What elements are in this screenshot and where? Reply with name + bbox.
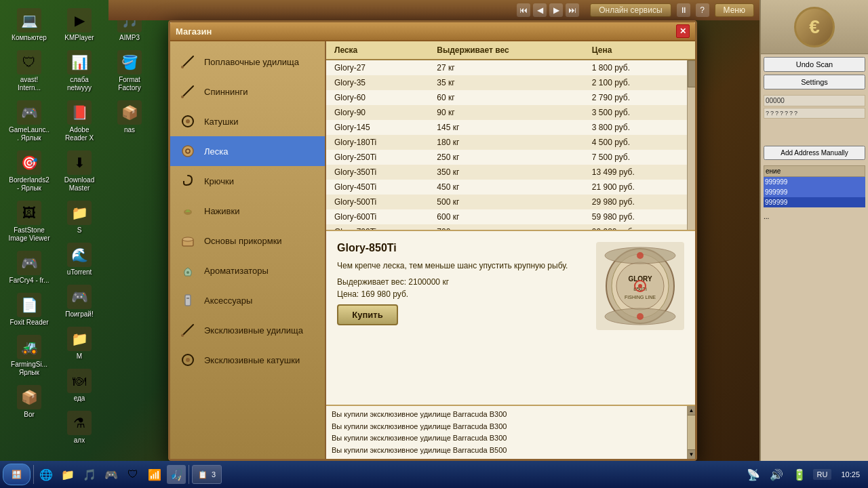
table-row[interactable]: Glory-700Ti700 кг99 980 руб.	[326, 224, 695, 231]
table-row[interactable]: Glory-500Ti500 кг29 980 руб.	[326, 195, 695, 209]
table-row[interactable]: Glory-6060 кг2 790 руб.	[326, 90, 695, 105]
shop-close-button[interactable]: ✕	[676, 24, 690, 38]
category-item-spinning[interactable]: Спиннинги	[170, 77, 325, 106]
svg-point-12	[186, 271, 189, 274]
settings-btn[interactable]: Settings	[764, 75, 865, 89]
taskbar-task-3[interactable]: 📋 3	[192, 465, 222, 484]
taskbar-icon-browser[interactable]: 🌐	[37, 465, 56, 484]
desktop-icon-label: nas	[124, 126, 135, 134]
cell-weight: 500 кг	[429, 195, 584, 209]
desktop-icon-borderlands2[interactable]: 🎯Borderlands2 - Ярлык	[5, 148, 53, 195]
desktop-icon-s[interactable]: 📁S	[56, 198, 103, 237]
category-item-flavor[interactable]: Ароматизаторы	[170, 256, 325, 285]
desktop-icon-faststoneima[interactable]: 🖼FastStone Image Viewer	[5, 198, 53, 245]
task-3-label: 3	[212, 470, 216, 479]
desktop-icon-поиграй![interactable]: 🎮Поиграй!	[56, 282, 103, 321]
nav-forward[interactable]: ▶	[549, 3, 563, 17]
table-row[interactable]: Glory-600Ti600 кг59 980 руб.	[326, 209, 695, 224]
table-row[interactable]: Glory-250Ti250 кг7 500 руб.	[326, 150, 695, 165]
taskbar-lang[interactable]: RU	[813, 469, 832, 480]
cell-weight: 90 кг	[429, 105, 584, 120]
tb-icon-vol[interactable]: 🔊	[767, 465, 786, 484]
desktop-icon-слабаnetwyyy[interactable]: 📊слаба netwyyy	[56, 47, 103, 95]
cell-name: Glory-180Ti	[326, 135, 429, 150]
desktop-icon-formatfactor[interactable]: 🪣Format Factory	[106, 47, 153, 95]
desktop-icon-label: Download Master	[58, 176, 100, 192]
category-item-bait[interactable]: Наживки	[170, 196, 325, 226]
category-item-reels[interactable]: Катушки	[170, 106, 325, 136]
cell-weight: 60 кг	[429, 90, 584, 105]
taskbar-icon-folder[interactable]: 📁	[58, 465, 77, 484]
help-icon[interactable]: ?	[696, 3, 709, 17]
start-button[interactable]: 🪟	[3, 464, 31, 485]
desktop-icon-img: 💻	[17, 8, 41, 33]
desktop-icon-adobereaderx[interactable]: 📕Adobe Reader X	[56, 98, 103, 145]
rp-input-1[interactable]: 00000	[764, 95, 865, 106]
category-item-accessories[interactable]: Аксессуары	[170, 285, 325, 315]
desktop-icon-m[interactable]: 📁M	[56, 324, 103, 363]
nav-skip-forward[interactable]: ⏭	[566, 3, 579, 17]
desktop-icon-farcry4-fr..[interactable]: 🎮FarCry4 - fr...	[5, 248, 53, 287]
right-panel: € Undo Scan Settings 00000 ??????? Add A…	[760, 0, 868, 461]
desktop-icon-gamelaunc...[interactable]: 🎮GameLaunc... Ярлык	[5, 98, 53, 145]
desktop-icon-farmingsi...[interactable]: 🚜FarmingSi... Ярлык	[5, 332, 53, 380]
desktop-icon-еда[interactable]: 🍽еда	[56, 366, 103, 405]
pause-icon[interactable]: ⏸	[677, 3, 690, 17]
nav-back[interactable]: ◀	[533, 3, 547, 17]
cell-price: 3 500 руб.	[584, 105, 695, 120]
table-row[interactable]: Glory-180Ti180 кг4 500 руб.	[326, 135, 695, 150]
category-item-exc_reels[interactable]: Эксклюзивные катушки	[170, 345, 325, 375]
table-row[interactable]: Glory-350Ti350 кг13 499 руб.	[326, 165, 695, 180]
start-icon: 🪟	[12, 470, 22, 479]
menu-btn[interactable]: Меню	[715, 3, 754, 17]
tb-icon-battery[interactable]: 🔋	[790, 465, 809, 484]
table-row[interactable]: Glory-3535 кг2 100 руб.	[326, 75, 695, 90]
log-entry: Вы купили эксклюзивное удилище Barracuda…	[332, 445, 690, 457]
undo-scan-btn[interactable]: Undo Scan	[764, 57, 865, 72]
tb-icon-network[interactable]: 📡	[744, 465, 763, 484]
table-scrollbar-thumb[interactable]	[688, 60, 695, 87]
addr-2[interactable]: 999999	[764, 187, 865, 197]
desktop-icon-nas[interactable]: 📦nas	[106, 98, 153, 137]
taskbar-icon-net[interactable]: 📶	[145, 465, 164, 484]
desktop-icon-bor[interactable]: 📦Bor	[5, 382, 53, 422]
taskbar-icon-fish[interactable]: 🎣	[167, 465, 186, 484]
nav-icons: ⏮ ◀ ▶ ⏭	[517, 3, 579, 17]
desktop-icon-utorrent[interactable]: 🌊uTorrent	[56, 240, 103, 279]
category-item-line[interactable]: Леска	[170, 136, 325, 166]
addr-3[interactable]: 999999	[764, 197, 865, 207]
svg-point-11	[182, 237, 193, 241]
item-detail-price: Цена: 169 980 руб.	[337, 289, 585, 299]
desktop-icon-kmplayer[interactable]: ▶KMPlayer	[56, 5, 103, 45]
category-item-hooks[interactable]: Крючки	[170, 166, 325, 196]
category-icon-exc_reels	[178, 350, 197, 369]
log-scroll-up[interactable]: ▲	[688, 406, 696, 415]
category-item-floats[interactable]: Поплавочные удилища	[170, 47, 325, 77]
table-row[interactable]: Glory-2727 кг1 800 руб.	[326, 60, 695, 75]
table-scrollbar[interactable]	[687, 60, 695, 230]
taskbar-icon-media[interactable]: 🎵	[80, 465, 99, 484]
taskbar-icon-antivirus[interactable]: 🛡	[123, 465, 142, 484]
table-row[interactable]: Glory-9090 кг3 500 руб.	[326, 105, 695, 120]
taskbar-icon-game1[interactable]: 🎮	[102, 465, 121, 484]
add-address-btn[interactable]: Add Address Manually	[764, 146, 865, 160]
table-row[interactable]: Glory-450Ti450 кг21 900 руб.	[326, 180, 695, 195]
desktop-icon-алх[interactable]: ⚗алх	[56, 408, 103, 447]
purchase-log: Вы купили эксклюзивное удилище Barracuda…	[326, 405, 695, 459]
desktop-icon-компьютер[interactable]: 💻Компьютер	[5, 5, 53, 45]
online-service-btn[interactable]: Онлайн сервисы	[590, 3, 671, 17]
log-scrollbar[interactable]: ▲ ▼	[687, 406, 695, 459]
addr-1[interactable]: 999999	[764, 177, 865, 187]
desktop-icon-avast!intern[interactable]: 🛡avast! Intern...	[5, 47, 53, 95]
category-item-exc_rods[interactable]: Эксклюзивные удилища	[170, 315, 325, 345]
desktop-icon-foxitreader[interactable]: 📄Foxit Reader	[5, 290, 53, 329]
item-image: GLORY 850Ti FISHING LINE	[596, 242, 684, 330]
log-scroll-down[interactable]: ▼	[688, 449, 696, 459]
buy-button[interactable]: Купить	[337, 304, 398, 325]
table-row[interactable]: Glory-145145 кг3 800 руб.	[326, 120, 695, 135]
desktop-icon-label: avast! Intern...	[8, 76, 50, 92]
desktop-icon-downloadmast[interactable]: ⬇Download Master	[56, 148, 103, 195]
nav-skip-back[interactable]: ⏮	[517, 3, 530, 17]
category-item-groundbait[interactable]: Основы прикормки	[170, 226, 325, 256]
items-table: Леска Выдерживает вес Цена Glory-2727 кг…	[326, 41, 695, 231]
